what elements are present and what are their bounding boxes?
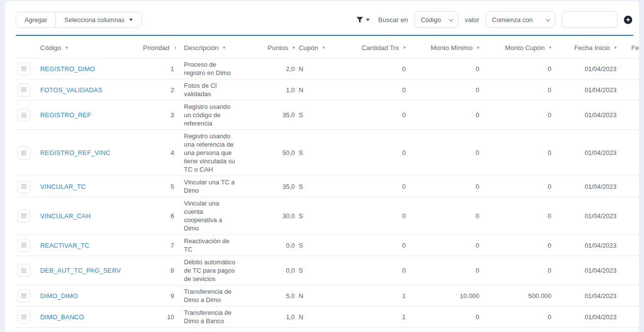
column-header-descripcion[interactable]: Descripción ▾ [181,36,259,58]
monto-cupon-cell: 0 [483,79,555,101]
table-row: DIMO_DIMO 9 Transferencia de Dimo a Dimo… [16,285,639,306]
prioridad-cell: 2 [126,79,181,101]
content-card: Agregar Selecciona columnas Buscar en Có… [5,1,639,332]
action-column-header [16,36,40,58]
fecha-fin-cell [620,235,639,256]
row-menu-button[interactable] [17,310,30,324]
codigo-link[interactable]: REGISTRO_REF_VINC [40,149,110,156]
sort-indicator-icon[interactable]: ↑ [174,44,178,51]
row-menu-button[interactable] [17,289,30,303]
puntos-cell: 30,0 [259,197,299,235]
sort-indicator-icon[interactable]: ▾ [477,45,479,50]
table-row: DEB_AUT_TC_PAG_SERV 8 Débito automático … [16,256,639,285]
codigo-link[interactable]: DIMO_DIMO [40,292,78,300]
operator-select[interactable]: Comienza con [486,11,555,28]
column-header-puntos[interactable]: Puntos ▾ [259,36,299,58]
row-menu-button[interactable] [17,62,30,76]
cantidad-trx-cell: 1 [342,306,410,328]
codigo-link[interactable]: FOTOS_VALIDADAS [40,86,103,94]
monto-minimo-cell: 0 [410,79,483,101]
puntos-cell: 50,0 [259,130,299,176]
prioridad-cell: 3 [126,101,181,130]
puntos-cell: 0,0 [259,235,299,256]
column-label: Cupón [299,44,318,51]
column-header-cupon[interactable]: Cupón ▾ [299,36,342,58]
row-menu-button[interactable] [17,146,30,159]
agregar-button[interactable]: Agregar [16,12,55,27]
descripcion-cell: Transferencia de Dimo a Dimo [181,285,259,306]
menu-icon [21,68,26,69]
row-menu-button[interactable] [17,209,30,223]
toolbar-button-group: Agregar Selecciona columnas [16,12,142,28]
monto-minimo-cell: 0 [410,58,483,79]
cupon-cell: N [299,79,342,101]
cupon-cell: S [299,256,342,285]
codigo-link[interactable]: DEB_AUT_TC_PAG_SERV [40,267,121,274]
puntos-cell: 5,0 [259,285,299,306]
column-header-prioridad[interactable]: Prioridad ↑ [126,36,181,58]
caret-down-icon [129,19,133,21]
fecha-fin-cell [620,176,639,197]
column-label: Monto Mínimo [431,44,473,51]
operator-value: Comienza con [492,16,533,24]
monto-cupon-cell: 0 [483,306,555,328]
row-menu-button[interactable] [17,239,30,252]
column-label: Fecha Fin [631,44,639,51]
descripcion-cell: Registro usando un código de referencia [181,101,259,130]
cantidad-trx-cell: 0 [342,79,410,101]
column-label: Prioridad [143,44,169,51]
chevron-down-icon [545,17,550,22]
codigo-link[interactable]: REACTIVAR_TC [40,242,89,249]
fecha-inicio-cell: 01/04/2023 [555,58,620,79]
menu-icon [21,245,26,246]
monto-cupon-cell: 0 [483,176,555,197]
row-menu-button[interactable] [17,180,30,193]
monto-minimo-cell: 0 [410,256,483,285]
add-filter-button[interactable]: + [624,16,632,24]
search-column-select[interactable]: Código [414,11,459,28]
sort-indicator-icon[interactable]: ▾ [223,45,226,50]
valor-label: valor [465,16,479,24]
fecha-inicio-cell: 01/04/2023 [555,79,620,101]
menu-icon [21,115,26,116]
column-header-fecha-fin[interactable]: Fecha Fin ▾ [620,36,639,58]
cupon-cell: N [299,306,342,328]
column-header-fecha-inicio[interactable]: Fecha Inicio ▾ [555,36,620,58]
monto-cupon-cell: 500.000 [483,285,555,306]
fecha-inicio-cell: 01/04/2023 [555,101,620,130]
sort-indicator-icon[interactable]: ▾ [66,45,68,50]
cupon-cell: N [299,285,342,306]
puntos-cell: 1,0 [259,79,299,101]
table-row: REACTIVAR_TC 7 Reactivación de TC 0,0 S … [16,235,639,256]
sort-indicator-icon[interactable]: ▾ [614,45,617,50]
codigo-link[interactable]: DIMO_BANCO [40,313,84,321]
codigo-link[interactable]: REGISTRO_REF [40,111,91,119]
column-header-cantidad-trx[interactable]: Cantidad Trx ▾ [342,36,410,58]
fecha-inicio-cell: 01/04/2023 [555,306,620,328]
row-menu-button[interactable] [17,108,30,122]
sort-indicator-icon[interactable]: ▾ [292,45,295,50]
column-header-monto-minimo[interactable]: Monto Mínimo ▾ [410,36,483,58]
codigo-link[interactable]: REGISTRO_DIMO [40,65,95,73]
fecha-fin-cell [620,197,639,235]
row-menu-button[interactable] [17,264,30,277]
cupon-cell: N [299,58,342,79]
column-header-codigo[interactable]: Código ▾ [40,36,126,58]
codigo-link[interactable]: VINCULAR_TC [40,183,86,190]
column-header-monto-cupon[interactable]: Monto Cupón ▾ [483,36,555,58]
descripcion-cell: Reactivación de TC [181,235,259,256]
sort-indicator-icon[interactable]: ▾ [403,45,406,50]
monto-minimo-cell: 0 [410,235,483,256]
filter-toggle[interactable] [356,16,370,24]
puntos-cell: 0,0 [259,256,299,285]
codigo-link[interactable]: VINCULAR_CAH [40,212,91,220]
sort-indicator-icon[interactable]: ▾ [323,45,325,50]
filter-value-input[interactable] [562,11,618,28]
menu-icon [21,316,26,317]
sort-indicator-icon[interactable]: ▾ [549,45,551,50]
chevron-down-icon [449,17,454,22]
select-columns-button[interactable]: Selecciona columnas [55,12,141,27]
row-menu-button[interactable] [17,83,30,97]
prioridad-cell: 9 [126,285,181,306]
cupon-cell: S [299,176,342,197]
